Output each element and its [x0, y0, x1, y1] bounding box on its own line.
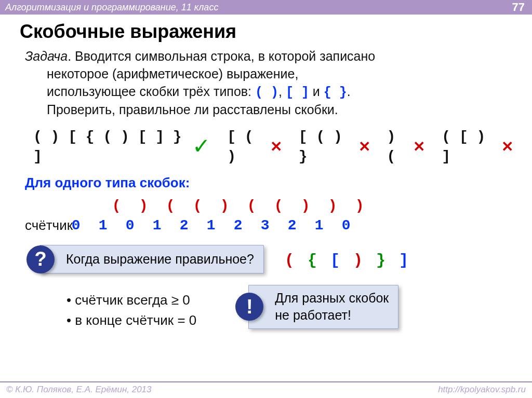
counter-value: 0	[332, 216, 360, 236]
cross-icon: ✕	[413, 137, 425, 157]
slide-body: Задача. Вводится символьная строка, в ко…	[0, 48, 532, 331]
task-text-2: некоторое (арифметическое) выражение,	[47, 65, 513, 83]
counter-value: 1	[305, 216, 332, 236]
counter-value: 2	[170, 216, 197, 236]
counter-value: 1	[89, 216, 116, 236]
example-invalid-1: [ ( )	[227, 127, 268, 167]
task-text-4: Проверить, правильное ли расставлены ско…	[47, 101, 513, 119]
examples-row: ( ) [ { ( ) [ ] } ] ✓ [ ( )✕ [ ( ) }✕ ) …	[33, 127, 513, 167]
cross-icon: ✕	[358, 137, 370, 157]
task-text-1: . Вводится символьная строка, в которой …	[68, 49, 375, 63]
question-callout: ? Когда выражение правильное?	[39, 245, 264, 274]
brackets-square: [ ]	[286, 85, 309, 100]
bullets: • счётчик всегда ≥ 0 • в конце счётчик =…	[66, 290, 196, 331]
header-title: Алгоритмизация и программирование, 11 кл…	[5, 2, 218, 13]
task-lead: Задача	[25, 49, 68, 63]
question-badge-icon: ?	[26, 245, 55, 273]
counter-table: ()(()(())) счётчик01012123210	[25, 196, 373, 236]
counter-value: 1	[197, 216, 224, 236]
counter-symbol: (	[157, 196, 184, 216]
page-number: 77	[512, 1, 525, 14]
example-invalid-4: ( [ ) ]	[442, 127, 499, 167]
brackets-curly: { }	[324, 85, 347, 100]
bullet-1: • счётчик всегда ≥ 0	[66, 290, 196, 310]
slide-title: Скобочные выражения	[20, 21, 532, 43]
warning-line-1: Для разных скобок	[275, 290, 389, 307]
footer-copyright: © К.Ю. Поляков, Е.А. Ерёмин, 2013	[6, 385, 152, 395]
cross-icon: ✕	[501, 137, 513, 157]
counter-value: 0	[62, 216, 89, 236]
warning-callout: ! Для разных скобок не работает!	[248, 285, 398, 330]
slide-header: Алгоритмизация и программирование, 11 кл…	[0, 0, 532, 15]
example-invalid-3: ) (	[387, 127, 411, 167]
slide-footer: © К.Ю. Поляков, Е.А. Ерёмин, 2013 http:/…	[0, 381, 532, 398]
task-text-3a: использующее скобки трёх типов:	[47, 84, 255, 99]
brackets-round: ( )	[255, 85, 278, 100]
cross-icon: ✕	[270, 137, 282, 157]
counter-value: 3	[251, 216, 278, 236]
task-block: Задача. Вводится символьная строка, в ко…	[25, 48, 513, 119]
counter-symbol: (	[265, 196, 292, 216]
counter-symbol: )	[319, 196, 346, 216]
exclamation-badge-icon: !	[235, 293, 263, 321]
counter-symbol: (	[103, 196, 130, 216]
counter-value: 2	[224, 216, 251, 236]
mixed-brackets-example: ( { [ ) } ]	[285, 250, 410, 271]
warning-line-2: не работает!	[275, 307, 389, 324]
subhead-single-type: Для одного типа скобок:	[25, 174, 513, 192]
bullet-2: • в конце счётчик = 0	[66, 310, 196, 331]
counter-symbol: )	[130, 196, 157, 216]
counter-symbol: )	[292, 196, 319, 216]
counter-symbol: (	[238, 196, 265, 216]
example-valid: ( ) [ { ( ) [ ] } ]	[33, 127, 190, 167]
counter-value: 1	[143, 216, 170, 236]
counter-symbol: )	[211, 196, 238, 216]
counter-symbol	[76, 196, 103, 216]
check-icon: ✓	[192, 132, 210, 161]
counter-value: 2	[278, 216, 305, 236]
question-text: Когда выражение правильное?	[66, 252, 254, 266]
counter-symbol: )	[346, 196, 373, 216]
example-invalid-2: [ ( ) }	[299, 127, 356, 167]
counter-value: 0	[116, 216, 143, 236]
counter-symbol: (	[184, 196, 211, 216]
footer-url: http://kpolyakov.spb.ru	[438, 385, 526, 395]
